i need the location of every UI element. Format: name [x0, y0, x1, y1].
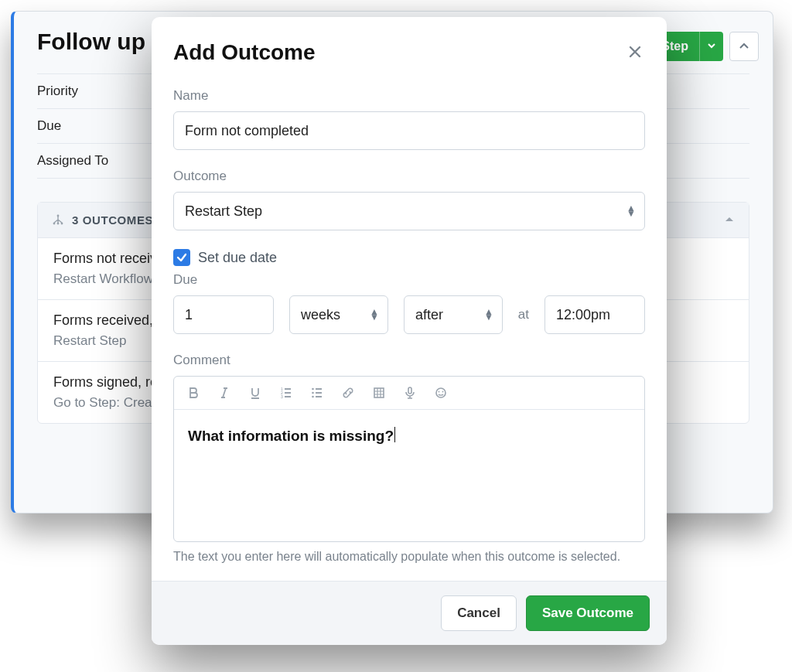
underline-button[interactable] [247, 384, 264, 401]
comment-textarea[interactable]: What information is missing? [174, 410, 644, 541]
emoji-button[interactable] [432, 384, 449, 401]
modal-close-button[interactable] [625, 40, 645, 67]
outcome-label: Outcome [173, 169, 645, 184]
comment-label: Comment [173, 353, 645, 368]
editor-toolbar: 123 [174, 377, 644, 410]
emoji-icon [435, 387, 447, 399]
comment-text: What information is missing? [188, 428, 394, 444]
unordered-list-icon [311, 387, 323, 399]
text-cursor [394, 427, 395, 442]
svg-rect-10 [374, 388, 384, 397]
close-icon [628, 45, 642, 59]
due-label: Due [37, 118, 161, 134]
svg-point-2 [57, 223, 60, 225]
svg-point-13 [439, 391, 440, 393]
check-icon [176, 252, 187, 263]
cancel-button[interactable]: Cancel [441, 595, 517, 631]
comment-editor: 123 What information is missing? [173, 376, 645, 542]
underline-icon [249, 387, 261, 399]
due-time-input[interactable] [544, 295, 645, 334]
ordered-list-button[interactable]: 123 [278, 384, 295, 401]
comment-helper-text: The text you enter here will automatical… [173, 550, 645, 564]
branch-icon [52, 213, 64, 226]
ordered-list-icon: 123 [280, 387, 292, 399]
add-outcome-modal: Add Outcome Name Outcome Restart Step ▲▼… [152, 17, 667, 645]
name-label: Name [173, 88, 645, 104]
table-button[interactable] [370, 384, 387, 401]
caret-down-icon [708, 42, 715, 49]
link-icon [342, 387, 354, 399]
mic-button[interactable] [401, 384, 418, 401]
header-actions: Step [650, 32, 759, 61]
priority-label: Priority [37, 84, 161, 99]
collapse-up-button[interactable] [729, 32, 759, 61]
link-button[interactable] [340, 384, 357, 401]
bold-icon [187, 387, 200, 399]
save-outcome-button[interactable]: Save Outcome [526, 595, 650, 631]
set-due-date-label: Set due date [198, 250, 277, 266]
due-unit-select[interactable]: weeks [289, 295, 388, 334]
due-label: Due [173, 272, 645, 288]
table-icon [373, 387, 385, 399]
svg-point-12 [436, 388, 446, 397]
outcome-select[interactable]: Restart Step [173, 192, 645, 230]
assigned-to-label: Assigned To [37, 153, 161, 169]
microphone-icon [404, 387, 416, 399]
due-relation-select[interactable]: after [404, 295, 503, 334]
at-label: at [518, 307, 529, 322]
unordered-list-button[interactable] [309, 384, 326, 401]
comment-section: Comment 123 What information is missing? [173, 353, 645, 564]
svg-point-14 [442, 391, 444, 393]
svg-point-9 [312, 396, 314, 398]
due-amount-input[interactable] [173, 295, 274, 334]
chevron-up-icon [724, 214, 735, 225]
modal-footer: Cancel Save Outcome [152, 581, 667, 645]
italic-button[interactable] [216, 384, 233, 401]
outcome-section: Outcome Restart Step ▲▼ [173, 169, 645, 230]
svg-text:3: 3 [281, 394, 283, 399]
outcomes-count-label: 3 OUTCOMES [72, 213, 153, 227]
name-input[interactable] [173, 111, 645, 150]
step-dropdown-toggle[interactable] [699, 32, 723, 61]
modal-title: Add Outcome [173, 40, 316, 65]
svg-point-7 [312, 388, 314, 391]
due-section: Set due date Due weeks ▲▼ after ▲▼ at [173, 249, 645, 334]
svg-point-8 [312, 392, 314, 394]
svg-point-0 [57, 215, 60, 217]
svg-rect-11 [408, 387, 411, 394]
set-due-date-checkbox[interactable] [173, 249, 190, 266]
chevron-up-icon [739, 41, 749, 52]
italic-icon [218, 387, 230, 399]
name-section: Name [173, 88, 645, 150]
bold-button[interactable] [185, 384, 202, 401]
